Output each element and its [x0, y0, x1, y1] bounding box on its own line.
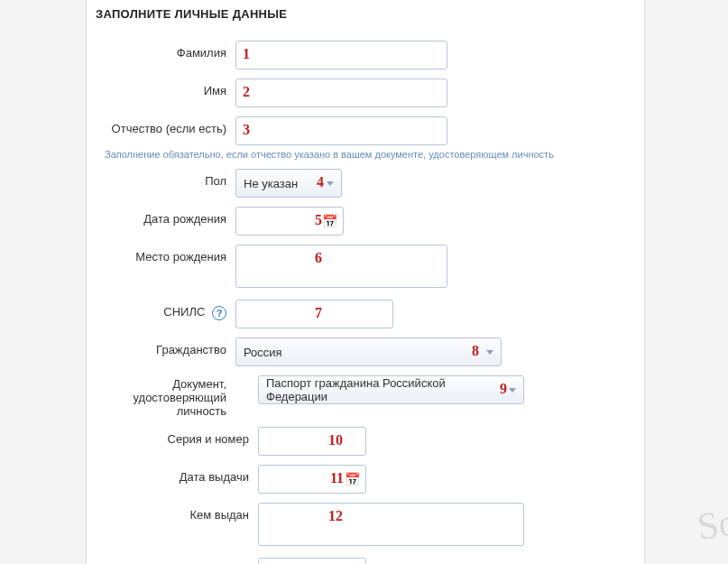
citizenship-selected-value: Россия	[244, 346, 282, 359]
row-snils: СНИЛС ? 7	[96, 300, 635, 328]
deptcode-input[interactable]	[258, 558, 366, 564]
chevron-down-icon	[509, 388, 516, 393]
form-panel: ЗАПОЛНИТЕ ЛИЧНЫЕ ДАННЫЕ Фамилия 1 Имя 2 …	[86, 0, 645, 564]
citizenship-select[interactable]: Россия	[235, 337, 502, 366]
label-issuedby: Кем выдан	[96, 503, 258, 522]
issuedate-input[interactable]: 📅	[258, 465, 366, 494]
gender-select[interactable]: Не указан	[235, 169, 342, 198]
calendar-icon: 📅	[345, 472, 360, 486]
row-gender: Пол Не указан 4	[96, 169, 635, 198]
label-doctype: Документ, удостоверяющий личность	[96, 375, 235, 418]
label-series: Серия и номер	[96, 427, 258, 446]
snils-input[interactable]	[235, 300, 393, 328]
watermark-text: So	[695, 500, 728, 549]
label-gender: Пол	[96, 169, 235, 188]
chevron-down-icon	[486, 350, 493, 355]
pob-input[interactable]	[235, 245, 447, 288]
lastname-input[interactable]	[235, 41, 447, 69]
row-deptcode: Код подразделения 13	[96, 558, 635, 564]
doctype-select[interactable]: Паспорт гражданина Российской Федерации	[258, 375, 524, 404]
patronymic-input[interactable]	[235, 116, 447, 145]
series-input[interactable]	[258, 427, 366, 456]
label-dob: Дата рождения	[96, 207, 235, 226]
row-series: Серия и номер 10	[96, 427, 635, 456]
section-title: ЗАПОЛНИТЕ ЛИЧНЫЕ ДАННЫЕ	[96, 0, 635, 32]
patronymic-helper-text: Заполнение обязательно, если отчество ук…	[96, 149, 635, 160]
row-dob: Дата рождения 📅 5	[96, 207, 635, 236]
label-citizenship: Гражданство	[96, 337, 235, 356]
row-citizenship: Гражданство Россия 8	[96, 337, 635, 366]
label-snils: СНИЛС ?	[96, 300, 235, 320]
row-patronymic: Отчество (если есть) 3	[96, 116, 635, 145]
label-pob: Место рождения	[96, 245, 235, 264]
dob-input[interactable]: 📅	[235, 207, 344, 236]
firstname-input[interactable]	[235, 79, 447, 107]
row-firstname: Имя 2	[96, 79, 635, 107]
label-firstname: Имя	[96, 79, 235, 97]
chevron-down-icon	[327, 181, 334, 186]
calendar-icon: 📅	[322, 214, 337, 228]
label-patronymic: Отчество (если есть)	[96, 116, 235, 135]
row-lastname: Фамилия 1	[96, 41, 635, 69]
label-lastname: Фамилия	[96, 41, 235, 60]
row-pob: Место рождения 6	[96, 245, 635, 291]
gender-selected-value: Не указан	[244, 177, 298, 190]
label-deptcode: Код подразделения	[96, 558, 258, 564]
issuedby-input[interactable]	[258, 503, 524, 546]
row-doctype: Документ, удостоверяющий личность Паспор…	[96, 375, 635, 418]
row-issuedate: Дата выдачи 📅 11	[96, 465, 635, 494]
label-issuedate: Дата выдачи	[96, 465, 258, 484]
doctype-selected-value: Паспорт гражданина Российской Федерации	[266, 376, 502, 403]
help-icon[interactable]: ?	[212, 306, 226, 320]
row-issuedby: Кем выдан 12	[96, 503, 635, 549]
